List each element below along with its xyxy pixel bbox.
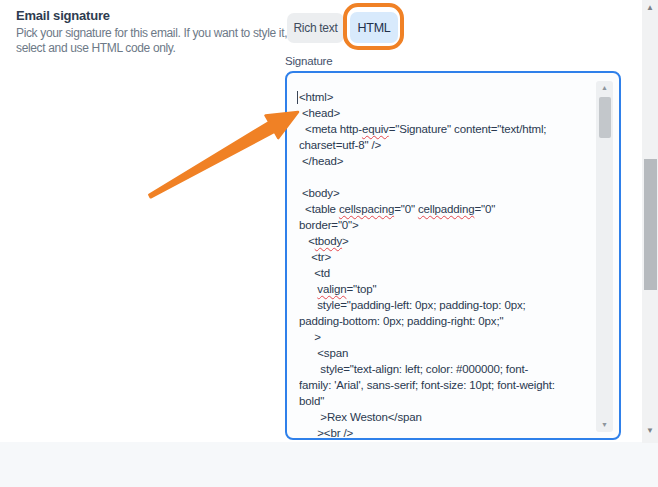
code-line: <tr> xyxy=(299,249,593,265)
code-line: style="padding-left: 0px; padding-top: 0… xyxy=(299,297,593,313)
page-scrollbar[interactable]: ▲ ▼ xyxy=(642,0,658,443)
code-line: <tbody> xyxy=(299,233,593,249)
signature-code-content: <html> <head> <meta http-equiv="Signatur… xyxy=(299,89,593,438)
misspelled-word: tbody xyxy=(315,235,342,247)
code-line: family: 'Arial', sans-serif; font-size: … xyxy=(299,377,593,393)
code-line: ><br /> xyxy=(299,425,593,438)
code-line: <meta http-equiv="Signature" content="te… xyxy=(299,121,593,137)
text-caret xyxy=(297,91,298,104)
code-line: <body> xyxy=(299,185,593,201)
code-line: <span xyxy=(299,345,593,361)
code-line: padding-bottom: 0px; padding-right: 0px;… xyxy=(299,313,593,329)
code-line: <head> xyxy=(299,105,593,121)
code-line: bold" xyxy=(299,393,593,409)
misspelled-word: equiv xyxy=(362,123,389,135)
code-line: >Rex Weston</span xyxy=(299,409,593,425)
email-signature-dialog: Email signature Pick your signature for … xyxy=(0,0,658,487)
page-scroll-down-arrow-icon[interactable]: ▼ xyxy=(642,425,658,437)
page-scrollbar-thumb[interactable] xyxy=(644,159,657,290)
signature-code-textarea[interactable]: <html> <head> <meta http-equiv="Signatur… xyxy=(285,71,621,440)
code-line xyxy=(299,169,593,185)
dialog-footer: Cancel Save xyxy=(0,442,658,487)
misspelled-word: cellspacing xyxy=(339,203,394,215)
code-line: <table cellspacing="0" cellpadding="0" xyxy=(299,201,593,217)
scroll-down-arrow-icon[interactable]: ▼ xyxy=(596,420,613,430)
misspelled-word: valign xyxy=(317,283,346,295)
rich-text-toggle-button[interactable]: Rich text xyxy=(287,13,344,43)
code-line: > xyxy=(299,329,593,345)
misspelled-word: cellpadding xyxy=(418,203,475,215)
page-scroll-up-arrow-icon[interactable]: ▲ xyxy=(642,2,658,14)
misspelled-word: br xyxy=(330,427,340,438)
page-title: Email signature xyxy=(16,8,110,23)
textarea-scrollbar-thumb[interactable] xyxy=(599,97,611,138)
code-line: border="0"> xyxy=(299,217,593,233)
textarea-scrollbar[interactable]: ▲ ▼ xyxy=(596,81,613,432)
signature-label: Signature xyxy=(285,55,332,67)
html-toggle-button[interactable]: HTML xyxy=(350,12,398,43)
code-line: </head> xyxy=(299,153,593,169)
code-line: style="text-align: left; color: #000000;… xyxy=(299,361,593,377)
code-line: <td xyxy=(299,265,593,281)
scroll-up-arrow-icon[interactable]: ▲ xyxy=(596,83,613,93)
code-line: valign="top" xyxy=(299,281,593,297)
code-line: charset=utf-8" /> xyxy=(299,137,593,153)
code-line: <html> xyxy=(299,89,593,105)
page-description: Pick your signature for this email. If y… xyxy=(16,26,288,55)
